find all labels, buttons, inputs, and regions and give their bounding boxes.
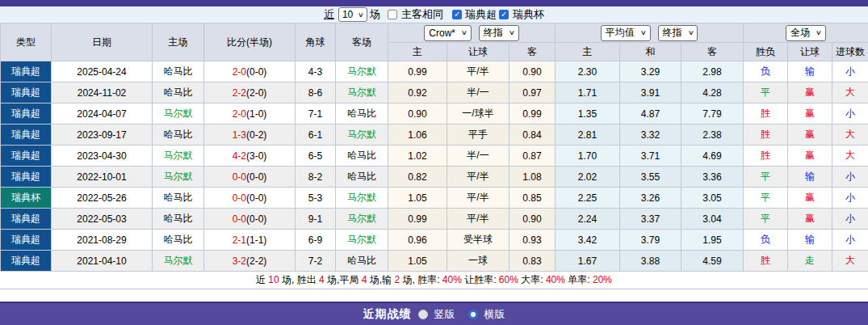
check-icon: ✓: [501, 11, 507, 19]
cell-handicap-line: 平手: [447, 125, 509, 146]
handicap-odds-group: Crow* ∨ 终指 ∨: [388, 23, 556, 43]
cell-europe-away-odds: 4.28: [681, 82, 744, 103]
layout-horizontal-label[interactable]: 横版: [484, 307, 505, 322]
table-row: 瑞典超2022-05-03哈马比0-0(0-0)9-1马尔默0.99平/半0.9…: [1, 209, 868, 230]
scope-dropdown[interactable]: 全场 ∨: [786, 25, 826, 41]
cell-handicap-line: 一/球半: [447, 103, 509, 125]
check-icon: ✓: [454, 11, 460, 19]
cell-league-type: 瑞典超: [1, 146, 52, 167]
cell-away-team: 马尔默: [336, 61, 388, 82]
same-venue-label[interactable]: 主客相同: [401, 7, 443, 22]
cell-result: 胜: [744, 251, 788, 272]
table-row: 瑞典超2023-09-17哈马比1-3(0-2)6-1马尔默1.06平手0.84…: [1, 125, 868, 146]
cell-europe-home-odds: 1.67: [556, 251, 620, 272]
cell-europe-away-odds: 7.79: [681, 103, 744, 125]
cell-handicap-home-odds: 1.05: [388, 251, 447, 272]
cell-goals-result: 大: [832, 251, 868, 272]
cell-corners: 9-1: [296, 209, 336, 230]
cell-date: 2022-05-03: [52, 209, 153, 230]
average-stage-value: 终指: [663, 26, 682, 40]
cell-handicap-home-odds: 0.99: [388, 209, 447, 230]
league-super-checkbox[interactable]: ✓: [452, 10, 462, 19]
table-row: 瑞典超2024-11-02哈马比2-2(2-0)8-6马尔默0.92半/一0.9…: [1, 82, 868, 103]
cell-home-team: 马尔默: [153, 103, 204, 125]
cell-handicap-line: 平/半: [447, 188, 509, 209]
cell-europe-home-odds: 1.71: [556, 82, 620, 103]
header-date: 日期: [52, 23, 153, 61]
cell-league-type: 瑞典超: [1, 103, 52, 125]
cell-europe-home-odds: 1.35: [556, 103, 620, 125]
header-away: 客场: [336, 23, 388, 61]
subheader-handicap-result: 让球: [788, 43, 832, 61]
same-venue-checkbox[interactable]: [388, 10, 397, 19]
summary-stats: 近 10 场, 胜出 4 场,平局 4 场,输 2 场, 胜率: 40% 让胜率…: [0, 272, 868, 289]
cell-handicap-line: 半/一: [447, 82, 509, 103]
cell-result: 胜: [744, 125, 788, 146]
table-row: 瑞典超2025-04-24哈马比2-0(0-0)4-3马尔默0.99平/半0.9…: [1, 61, 868, 82]
cell-corners: 5-3: [296, 188, 336, 209]
cell-handicap-result: 输: [788, 230, 832, 251]
cell-score: 0-0(0-0): [204, 167, 296, 188]
cell-handicap-home-odds: 0.99: [388, 61, 447, 82]
summary-part: 10: [268, 274, 279, 285]
average-dropdown[interactable]: 平均值 ∨: [601, 25, 651, 41]
subheader-handicap-away: 客: [509, 43, 556, 61]
recent-link[interactable]: 近: [324, 7, 334, 22]
cell-goals-result: 小: [832, 103, 868, 125]
cell-europe-away-odds: 3.04: [681, 209, 744, 230]
cell-handicap-result: 赢: [788, 188, 832, 209]
layout-vertical-radio[interactable]: [418, 310, 428, 319]
cell-score: 2-0(0-0): [204, 61, 296, 82]
cell-home-team: 哈马比: [153, 209, 204, 230]
footer-bar: 近期战绩 竖版 横版: [0, 302, 868, 325]
table-row: 瑞典超2022-10-01马尔默0-0(0-0)8-2哈马比0.82平/半1.0…: [1, 167, 868, 188]
layout-vertical-label[interactable]: 竖版: [434, 307, 455, 322]
cell-corners: 7-2: [296, 251, 336, 272]
cell-europe-draw-odds: 3.91: [620, 82, 681, 103]
layout-horizontal-radio[interactable]: [468, 310, 478, 319]
cell-handicap-away-odds: 0.84: [509, 125, 556, 146]
subheader-handicap-home: 主: [388, 43, 447, 61]
league-cup-checkbox[interactable]: ✓: [499, 10, 509, 19]
cell-europe-home-odds: 2.30: [556, 61, 620, 82]
cell-handicap-away-odds: 0.87: [509, 146, 556, 167]
odds-stage-dropdown[interactable]: 终指 ∨: [479, 25, 519, 41]
cell-goals-result: 小: [832, 188, 868, 209]
cell-away-team: 马尔默: [336, 82, 388, 103]
cell-europe-home-odds: 2.02: [556, 167, 620, 188]
cell-league-type: 瑞典超: [1, 230, 52, 251]
league-cup-label[interactable]: 瑞典杯: [513, 7, 544, 22]
cell-handicap-line: 一球: [447, 251, 509, 272]
summary-part: 场,输: [367, 274, 394, 285]
cell-europe-away-odds: 3.36: [681, 167, 744, 188]
cell-handicap-away-odds: 0.83: [509, 251, 556, 272]
cell-handicap-line: 半/一: [447, 146, 509, 167]
league-super-label[interactable]: 瑞典超: [465, 7, 497, 22]
odds-company-dropdown[interactable]: Crow* ∨: [424, 25, 472, 41]
cell-result: 平: [744, 188, 788, 209]
cell-home-team: 马尔默: [153, 251, 204, 272]
cell-handicap-home-odds: 1.02: [388, 146, 447, 167]
filter-bar: 近 10 ∨ 场 主客相同 ✓ 瑞典超 ✓ 瑞典杯: [0, 6, 868, 23]
table-header: 类型 日期 主场 比分(半场) 角球 客场 Crow* ∨ 终指 ∨: [1, 23, 868, 61]
cell-score: 3-2(2-2): [204, 251, 296, 272]
cell-date: 2021-08-29: [52, 230, 153, 251]
cell-handicap-line: 平/半: [447, 209, 509, 230]
cell-league-type: 瑞典超: [1, 82, 52, 103]
summary-part: 40%: [442, 274, 462, 285]
cell-handicap-result: 赢: [788, 82, 832, 103]
cell-europe-home-odds: 2.25: [556, 188, 620, 209]
cell-corners: 6-9: [296, 230, 336, 251]
recent-count-select[interactable]: 10 ∨: [338, 7, 367, 22]
summary-part: 60%: [499, 274, 518, 285]
summary-part: 4: [319, 274, 325, 285]
cell-home-team: 哈马比: [153, 125, 204, 146]
average-stage-dropdown[interactable]: 终指 ∨: [658, 25, 698, 41]
cell-score: 2-0(1-0): [204, 103, 296, 125]
result-group: 全场 ∨: [744, 23, 868, 43]
table-row: 瑞典超2023-04-30马尔默4-2(3-0)6-5哈马比1.02半/一0.8…: [1, 146, 868, 167]
cell-europe-draw-odds: 3.71: [620, 146, 681, 167]
summary-part: 20%: [593, 274, 612, 285]
subheader-handicap-line: 让球: [447, 43, 509, 61]
summary-part: 单率:: [565, 274, 593, 285]
